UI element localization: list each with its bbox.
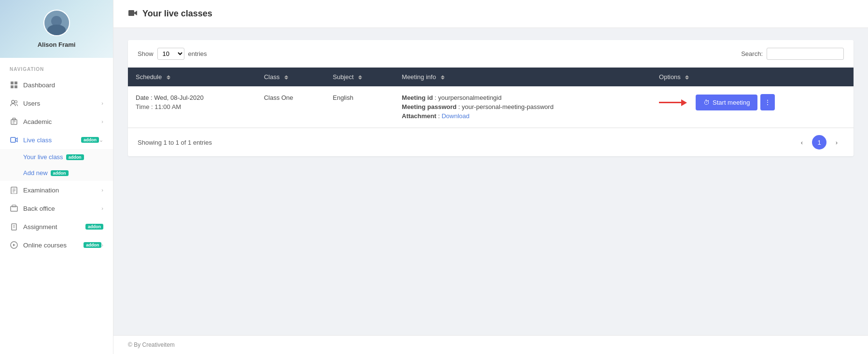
- arrow-indicator: [659, 98, 688, 107]
- page-1-button[interactable]: 1: [812, 135, 826, 150]
- sort-icon-meeting-info[interactable]: [441, 75, 445, 80]
- online-courses-chevron-icon: ›: [101, 242, 103, 248]
- attachment-line: Attachment : Download: [402, 112, 644, 120]
- svg-rect-6: [11, 137, 15, 142]
- table-footer: Showing 1 to 1 of 1 entries ‹ 1 ›: [128, 128, 854, 156]
- back-office-icon: [10, 204, 18, 213]
- schedule-time: Time : 11:00 AM: [136, 103, 249, 110]
- online-courses-label: Online courses: [23, 242, 81, 249]
- search-area: Search:: [741, 48, 844, 60]
- start-meeting-button[interactable]: ⏱ Start meeting: [696, 95, 757, 110]
- back-office-label: Back office: [23, 205, 101, 212]
- assignment-icon: [10, 222, 18, 231]
- meeting-password-separator: :: [458, 103, 462, 110]
- video-camera-icon: [128, 9, 138, 19]
- content-area: Show 10 25 50 100 entries Search:: [113, 28, 868, 335]
- footer: © By Creativeitem: [113, 335, 868, 354]
- back-office-chevron-icon: ›: [101, 205, 103, 211]
- meeting-info-cell: Meeting id : yourpersonalmeetingid Meeti…: [394, 86, 651, 128]
- col-meeting-info: Meeting info: [394, 68, 651, 86]
- pagination: ‹ 1 ›: [795, 135, 844, 150]
- col-subject: Subject: [325, 68, 394, 86]
- sort-icon-subject[interactable]: [358, 75, 362, 80]
- svg-point-1: [15, 101, 17, 103]
- main-content: Your live classes Show 10 25 50 100 entr…: [113, 0, 868, 354]
- sidebar-item-your-live-class[interactable]: Your live class addon: [0, 149, 113, 165]
- table-controls: Show 10 25 50 100 entries Search:: [128, 40, 854, 68]
- sidebar-item-live-class[interactable]: Live class addon ⌄: [0, 131, 113, 149]
- online-courses-icon: [10, 241, 18, 249]
- meeting-id-line: Meeting id : yourpersonalmeetingid: [402, 94, 644, 101]
- sidebar-item-examination[interactable]: Examination ›: [0, 181, 113, 199]
- academic-chevron-icon: ›: [101, 119, 103, 124]
- meeting-password-line: Meeting password : your-personal-meeting…: [402, 103, 644, 110]
- live-class-label: Live class: [23, 136, 78, 144]
- sidebar-item-dashboard[interactable]: Dashboard: [0, 76, 113, 94]
- subject-value: English: [333, 94, 353, 101]
- svg-rect-17: [128, 10, 134, 16]
- page-header: Your live classes: [113, 0, 868, 28]
- examination-icon: [10, 186, 18, 194]
- assignment-badge: addon: [85, 224, 103, 230]
- svg-point-0: [12, 100, 14, 103]
- show-label: Show: [138, 50, 154, 57]
- sidebar-item-users[interactable]: Users ›: [0, 94, 113, 112]
- start-btn-wrap: ⏱ Start meeting ⋮: [659, 94, 846, 110]
- meeting-id-label: Meeting id: [402, 94, 433, 101]
- class-cell: Class One: [256, 86, 325, 128]
- sidebar-item-academic[interactable]: Academic ›: [0, 112, 113, 131]
- sidebar-item-add-new[interactable]: Add new addon: [0, 165, 113, 181]
- user-name: Alison Frami: [38, 41, 76, 48]
- schedule-date: Date : Wed, 08-Jul-2020: [136, 94, 249, 101]
- table-card: Show 10 25 50 100 entries Search:: [128, 40, 854, 156]
- col-class: Class: [256, 68, 325, 86]
- meeting-password-value: your-personal-meeting-password: [462, 103, 554, 110]
- sidebar-item-back-office[interactable]: Back office ›: [0, 199, 113, 218]
- sort-icon-options[interactable]: [685, 75, 689, 80]
- sidebar-header: Alison Frami: [0, 0, 113, 58]
- table-header: Schedule Class Subject Meeting info: [128, 68, 854, 86]
- attachment-separator: :: [438, 112, 441, 120]
- subject-cell: English: [325, 86, 394, 128]
- nav-section-label: NAVIGATION: [0, 58, 113, 76]
- options-cell: ⏱ Start meeting ⋮: [651, 86, 854, 128]
- footer-text: © By Creativeitem: [128, 341, 175, 348]
- live-class-badge: addon: [81, 137, 99, 143]
- dashboard-icon: [10, 81, 18, 89]
- meeting-password-label: Meeting password: [402, 103, 456, 110]
- attachment-label: Attachment: [402, 112, 436, 120]
- users-label: Users: [23, 100, 101, 107]
- data-table: Schedule Class Subject Meeting info: [128, 68, 854, 128]
- table-body: Date : Wed, 08-Jul-2020 Time : 11:00 AM …: [128, 86, 854, 128]
- live-class-chevron-icon: ⌄: [99, 137, 103, 143]
- search-label: Search:: [741, 50, 763, 57]
- next-page-button[interactable]: ›: [829, 135, 844, 150]
- sidebar-item-online-courses[interactable]: Online courses addon ›: [0, 236, 113, 254]
- showing-text: Showing 1 to 1 of 1 entries: [138, 139, 212, 146]
- start-meeting-label: Start meeting: [713, 99, 750, 106]
- sidebar: Alison Frami NAVIGATION Dashboard Users …: [0, 0, 113, 354]
- avatar: [43, 10, 70, 36]
- dashboard-label: Dashboard: [23, 82, 103, 89]
- search-input[interactable]: [767, 48, 844, 60]
- add-new-label: Add new: [23, 169, 48, 177]
- assignment-label: Assignment: [23, 223, 83, 231]
- examination-label: Examination: [23, 187, 101, 194]
- sidebar-item-assignment[interactable]: Assignment addon: [0, 218, 113, 236]
- sort-icon-class[interactable]: [284, 75, 288, 80]
- academic-icon: [10, 117, 18, 126]
- examination-chevron-icon: ›: [101, 187, 103, 193]
- your-live-class-badge: addon: [66, 154, 84, 160]
- entries-select[interactable]: 10 25 50 100: [157, 48, 184, 60]
- sort-icon-schedule[interactable]: [167, 75, 170, 80]
- your-live-class-label: Your live class: [23, 153, 63, 161]
- more-options-button[interactable]: ⋮: [760, 94, 775, 110]
- users-chevron-icon: ›: [101, 100, 103, 106]
- academic-label: Academic: [23, 118, 101, 125]
- meeting-id-value: yourpersonalmeetingid: [438, 94, 502, 101]
- prev-page-button[interactable]: ‹: [795, 135, 809, 150]
- users-icon: [10, 99, 18, 108]
- col-options: Options: [651, 68, 854, 86]
- download-link[interactable]: Download: [442, 112, 470, 120]
- show-entries: Show 10 25 50 100 entries: [138, 48, 207, 60]
